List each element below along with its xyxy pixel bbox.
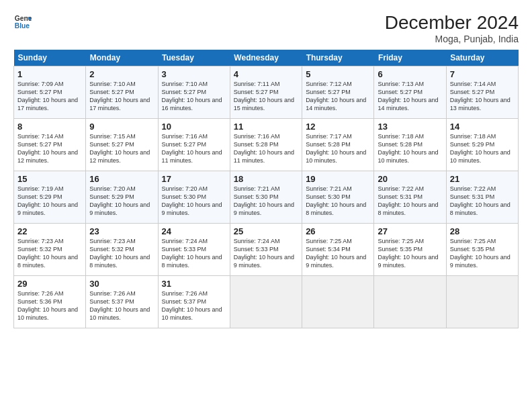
day-number: 1 <box>17 69 82 79</box>
day-info: Sunrise: 7:14 AMSunset: 5:27 PMDaylight:… <box>450 80 515 113</box>
day-number: 19 <box>306 174 370 184</box>
day-number: 6 <box>378 69 442 79</box>
day-number: 8 <box>17 122 82 132</box>
page: General Blue December 2024 Moga, Punjab,… <box>0 0 532 335</box>
calendar-cell: 11Sunrise: 7:16 AMSunset: 5:28 PMDayligh… <box>230 119 302 171</box>
header: General Blue December 2024 Moga, Punjab,… <box>13 12 519 44</box>
day-info: Sunrise: 7:24 AMSunset: 5:33 PMDaylight:… <box>162 237 226 270</box>
day-info: Sunrise: 7:26 AMSunset: 5:37 PMDaylight:… <box>162 289 226 322</box>
day-info: Sunrise: 7:12 AMSunset: 5:27 PMDaylight:… <box>306 80 370 113</box>
day-number: 2 <box>89 69 154 79</box>
day-of-week-header: Monday <box>86 50 158 66</box>
calendar-cell: 4Sunrise: 7:11 AMSunset: 5:27 PMDaylight… <box>230 66 302 119</box>
day-info: Sunrise: 7:20 AMSunset: 5:30 PMDaylight:… <box>162 185 226 218</box>
calendar-cell: 10Sunrise: 7:16 AMSunset: 5:27 PMDayligh… <box>158 119 230 171</box>
day-info: Sunrise: 7:18 AMSunset: 5:29 PMDaylight:… <box>450 132 515 165</box>
calendar-cell: 5Sunrise: 7:12 AMSunset: 5:27 PMDaylight… <box>302 66 374 119</box>
day-of-week-header: Wednesday <box>230 50 302 66</box>
logo-icon: General Blue <box>13 12 32 31</box>
day-info: Sunrise: 7:17 AMSunset: 5:28 PMDaylight:… <box>306 132 370 165</box>
day-number: 21 <box>450 174 515 184</box>
calendar-cell: 18Sunrise: 7:21 AMSunset: 5:30 PMDayligh… <box>230 171 302 224</box>
calendar-cell: 28Sunrise: 7:25 AMSunset: 5:35 PMDayligh… <box>446 224 518 276</box>
calendar-cell: 27Sunrise: 7:25 AMSunset: 5:35 PMDayligh… <box>374 224 446 276</box>
logo: General Blue <box>13 12 32 31</box>
calendar-cell: 21Sunrise: 7:22 AMSunset: 5:31 PMDayligh… <box>446 171 518 224</box>
day-info: Sunrise: 7:21 AMSunset: 5:30 PMDaylight:… <box>234 185 298 218</box>
day-info: Sunrise: 7:13 AMSunset: 5:27 PMDaylight:… <box>378 80 442 113</box>
calendar-cell <box>374 276 446 328</box>
day-of-week-header: Friday <box>374 50 446 66</box>
day-info: Sunrise: 7:24 AMSunset: 5:33 PMDaylight:… <box>234 237 298 270</box>
day-info: Sunrise: 7:20 AMSunset: 5:29 PMDaylight:… <box>89 185 154 218</box>
day-info: Sunrise: 7:23 AMSunset: 5:32 PMDaylight:… <box>17 237 82 270</box>
day-info: Sunrise: 7:23 AMSunset: 5:32 PMDaylight:… <box>89 237 154 270</box>
title-area: December 2024 Moga, Punjab, India <box>385 12 519 44</box>
calendar-cell: 23Sunrise: 7:23 AMSunset: 5:32 PMDayligh… <box>86 224 158 276</box>
month-title: December 2024 <box>385 12 519 34</box>
day-number: 22 <box>17 226 82 236</box>
day-info: Sunrise: 7:09 AMSunset: 5:27 PMDaylight:… <box>17 80 82 113</box>
calendar-cell: 22Sunrise: 7:23 AMSunset: 5:32 PMDayligh… <box>14 224 86 276</box>
day-of-week-header: Thursday <box>302 50 374 66</box>
day-number: 15 <box>17 174 82 184</box>
day-info: Sunrise: 7:14 AMSunset: 5:27 PMDaylight:… <box>17 132 82 165</box>
day-number: 13 <box>378 122 442 132</box>
day-number: 16 <box>89 174 154 184</box>
day-number: 29 <box>17 279 82 289</box>
calendar-cell: 8Sunrise: 7:14 AMSunset: 5:27 PMDaylight… <box>14 119 86 171</box>
calendar-cell: 26Sunrise: 7:25 AMSunset: 5:34 PMDayligh… <box>302 224 374 276</box>
day-number: 17 <box>162 174 226 184</box>
day-number: 31 <box>162 279 226 289</box>
day-number: 11 <box>234 122 298 132</box>
day-number: 27 <box>378 226 442 236</box>
day-info: Sunrise: 7:22 AMSunset: 5:31 PMDaylight:… <box>378 185 442 218</box>
day-number: 7 <box>450 69 515 79</box>
calendar-cell <box>302 276 374 328</box>
day-info: Sunrise: 7:16 AMSunset: 5:27 PMDaylight:… <box>162 132 226 165</box>
calendar-cell: 1Sunrise: 7:09 AMSunset: 5:27 PMDaylight… <box>14 66 86 119</box>
day-number: 20 <box>378 174 442 184</box>
day-number: 14 <box>450 122 515 132</box>
day-info: Sunrise: 7:11 AMSunset: 5:27 PMDaylight:… <box>234 80 298 113</box>
day-of-week-header: Saturday <box>446 50 518 66</box>
day-info: Sunrise: 7:25 AMSunset: 5:35 PMDaylight:… <box>378 237 442 270</box>
calendar-cell: 29Sunrise: 7:26 AMSunset: 5:36 PMDayligh… <box>14 276 86 328</box>
calendar-cell: 30Sunrise: 7:26 AMSunset: 5:37 PMDayligh… <box>86 276 158 328</box>
day-info: Sunrise: 7:10 AMSunset: 5:27 PMDaylight:… <box>162 80 226 113</box>
day-number: 18 <box>234 174 298 184</box>
day-info: Sunrise: 7:26 AMSunset: 5:37 PMDaylight:… <box>89 289 154 322</box>
day-number: 3 <box>162 69 226 79</box>
day-number: 23 <box>89 226 154 236</box>
calendar-cell: 2Sunrise: 7:10 AMSunset: 5:27 PMDaylight… <box>86 66 158 119</box>
calendar-cell: 25Sunrise: 7:24 AMSunset: 5:33 PMDayligh… <box>230 224 302 276</box>
day-info: Sunrise: 7:25 AMSunset: 5:35 PMDaylight:… <box>450 237 515 270</box>
day-number: 24 <box>162 226 226 236</box>
calendar-cell: 16Sunrise: 7:20 AMSunset: 5:29 PMDayligh… <box>86 171 158 224</box>
calendar-cell: 7Sunrise: 7:14 AMSunset: 5:27 PMDaylight… <box>446 66 518 119</box>
calendar-cell: 14Sunrise: 7:18 AMSunset: 5:29 PMDayligh… <box>446 119 518 171</box>
day-number: 30 <box>89 279 154 289</box>
day-info: Sunrise: 7:18 AMSunset: 5:28 PMDaylight:… <box>378 132 442 165</box>
calendar-cell: 17Sunrise: 7:20 AMSunset: 5:30 PMDayligh… <box>158 171 230 224</box>
calendar-cell: 20Sunrise: 7:22 AMSunset: 5:31 PMDayligh… <box>374 171 446 224</box>
day-number: 10 <box>162 122 226 132</box>
calendar-cell: 15Sunrise: 7:19 AMSunset: 5:29 PMDayligh… <box>14 171 86 224</box>
day-number: 25 <box>234 226 298 236</box>
day-number: 28 <box>450 226 515 236</box>
calendar-cell <box>230 276 302 328</box>
day-info: Sunrise: 7:21 AMSunset: 5:30 PMDaylight:… <box>306 185 370 218</box>
day-of-week-header: Tuesday <box>158 50 230 66</box>
day-number: 5 <box>306 69 370 79</box>
day-info: Sunrise: 7:16 AMSunset: 5:28 PMDaylight:… <box>234 132 298 165</box>
day-info: Sunrise: 7:15 AMSunset: 5:27 PMDaylight:… <box>89 132 154 165</box>
location-title: Moga, Punjab, India <box>385 34 519 44</box>
svg-text:Blue: Blue <box>15 22 30 30</box>
day-info: Sunrise: 7:26 AMSunset: 5:36 PMDaylight:… <box>17 289 82 322</box>
day-number: 26 <box>306 226 370 236</box>
calendar-cell <box>446 276 518 328</box>
day-info: Sunrise: 7:25 AMSunset: 5:34 PMDaylight:… <box>306 237 370 270</box>
calendar-cell: 6Sunrise: 7:13 AMSunset: 5:27 PMDaylight… <box>374 66 446 119</box>
day-info: Sunrise: 7:19 AMSunset: 5:29 PMDaylight:… <box>17 185 82 218</box>
day-number: 4 <box>234 69 298 79</box>
